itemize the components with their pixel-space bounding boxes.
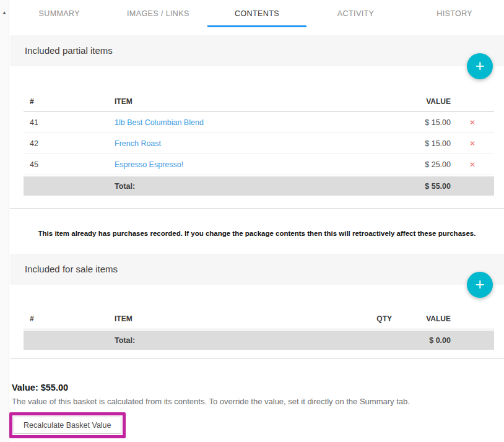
header-cell-num: # [24, 314, 107, 323]
header-cell-num: # [24, 97, 107, 106]
partial-items-header: Included partial items + [10, 35, 504, 66]
table-row: 42 French Roast $ 15.00 ✕ [24, 133, 494, 154]
scroll-up-icon[interactable]: ▲ [0, 10, 9, 16]
total-value: $ 0.00 [392, 336, 451, 345]
basket-value-description: The value of this basket is calculated f… [12, 397, 504, 406]
sale-items-table: # ITEM QTY VALUE Total: $ 0.00 [24, 308, 494, 350]
table-header-row: # ITEM QTY VALUE [24, 308, 494, 329]
sale-items-panel: Included for sale items + # ITEM QTY VAL… [10, 254, 504, 359]
header-cell-value: VALUE [392, 97, 451, 106]
purchases-notice: This item already has purchases recorded… [10, 230, 504, 237]
tab-activity[interactable]: ACTIVITY [306, 0, 406, 27]
total-label: Total: [107, 182, 392, 191]
item-link[interactable]: French Roast [115, 139, 161, 148]
total-row: Total: $ 0.00 [24, 331, 494, 350]
left-scrollbar-track[interactable]: ▲ [0, 0, 9, 442]
item-link[interactable]: 1lb Best Columbian Blend [115, 118, 204, 127]
partial-items-title: Included partial items [10, 35, 504, 66]
item-link[interactable]: Espresso Espresso! [115, 160, 183, 169]
partial-items-table: # ITEM VALUE 41 1lb Best Columbian Blend… [24, 91, 494, 196]
highlight-annotation: Recalculate Basket Value [9, 412, 126, 438]
basket-value-heading: Value: $55.00 [12, 383, 504, 392]
content-area: SUMMARY IMAGES / LINKS CONTENTS ACTIVITY… [10, 0, 504, 438]
header-cell-item: ITEM [107, 314, 349, 323]
table-row: 45 Espresso Espresso! $ 25.00 ✕ [24, 154, 494, 175]
tab-summary[interactable]: SUMMARY [10, 0, 109, 27]
plus-icon: + [475, 56, 484, 75]
delete-icon[interactable]: ✕ [469, 160, 476, 169]
table-row: 41 1lb Best Columbian Blend $ 15.00 ✕ [24, 112, 494, 133]
add-sale-item-button[interactable]: + [467, 272, 493, 298]
header-cell-value: VALUE [392, 314, 451, 323]
row-number: 45 [24, 160, 107, 169]
total-value: $ 55.00 [392, 182, 451, 191]
tab-contents[interactable]: CONTENTS [207, 0, 306, 27]
sale-items-title: Included for sale items [10, 254, 504, 285]
table-header-row: # ITEM VALUE [24, 91, 494, 112]
tab-images-links[interactable]: IMAGES / LINKS [109, 0, 208, 27]
total-row: Total: $ 55.00 [24, 176, 494, 196]
delete-icon[interactable]: ✕ [469, 118, 476, 127]
row-number: 42 [24, 139, 107, 148]
header-cell-qty: QTY [349, 314, 392, 323]
sale-items-header: Included for sale items + [10, 254, 504, 285]
partial-items-panel: Included partial items + # ITEM VALUE 41… [10, 35, 504, 209]
plus-icon: + [475, 275, 484, 293]
tab-bar: SUMMARY IMAGES / LINKS CONTENTS ACTIVITY… [10, 0, 504, 27]
total-label: Total: [107, 336, 349, 345]
add-partial-item-button[interactable]: + [467, 53, 493, 79]
item-value: $ 15.00 [392, 118, 451, 127]
row-number: 41 [24, 118, 107, 127]
tab-history[interactable]: HISTORY [405, 0, 504, 27]
item-value: $ 25.00 [392, 160, 451, 169]
basket-value-section: Value: $55.00 The value of this basket i… [10, 359, 504, 438]
item-value: $ 15.00 [392, 139, 451, 148]
recalculate-basket-value-button[interactable]: Recalculate Basket Value [14, 417, 121, 434]
delete-icon[interactable]: ✕ [469, 139, 476, 148]
header-cell-item: ITEM [107, 97, 392, 106]
